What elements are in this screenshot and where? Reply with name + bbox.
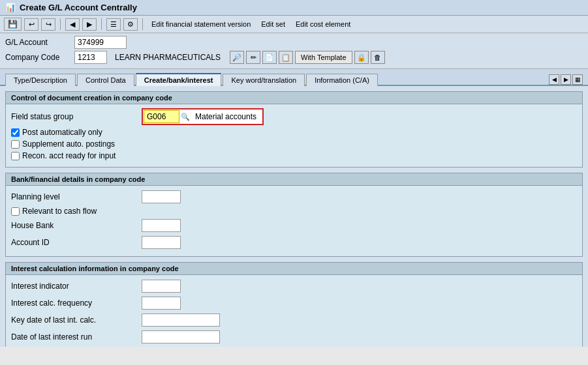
field-status-search-button[interactable]: 🔍: [179, 111, 191, 123]
tab-nav-next[interactable]: ▶: [561, 74, 571, 85]
nav-left-button[interactable]: ◀: [65, 18, 80, 31]
field-status-group-label: Field status group: [11, 112, 142, 121]
lock-icon-btn[interactable]: 🔒: [354, 51, 369, 64]
forward-icon: ↪: [46, 20, 52, 28]
menu-edit-set[interactable]: Edit set: [257, 19, 289, 29]
account-id-label: Account ID: [11, 238, 142, 247]
tabs-bar: Type/Description Control Data Create/ban…: [0, 69, 588, 86]
tab-information[interactable]: Information (C/A): [306, 74, 378, 86]
company-code-row: Company Code LEARN PHARMACEUTICALS 🔎 ✏ 📄…: [5, 51, 583, 64]
menu-financial-statement[interactable]: Edit financial statement version: [147, 19, 255, 29]
account-id-input[interactable]: [142, 236, 181, 249]
company-code-label: Company Code: [5, 53, 70, 62]
date-last-row: Date of last interest run: [11, 330, 577, 344]
key-date-label: Key date of last int. calc.: [11, 315, 142, 325]
with-template-button[interactable]: With Template: [295, 51, 352, 64]
interest-indicator-label: Interest indicator: [11, 282, 142, 291]
tab-control-data[interactable]: Control Data: [77, 74, 134, 86]
planning-level-input[interactable]: [142, 190, 181, 203]
recon-acct-row: Recon. acct ready for input: [11, 151, 577, 160]
forward-button[interactable]: ↪: [41, 18, 55, 31]
doc1-icon-btn[interactable]: 📄: [262, 51, 277, 64]
recon-acct-label: Recon. acct ready for input: [22, 151, 116, 160]
edit-icon-btn[interactable]: ✏: [246, 51, 260, 64]
back-button[interactable]: ↩: [24, 18, 39, 31]
search-icon: 🔍: [181, 113, 190, 121]
menu-cost-element[interactable]: Edit cost element: [292, 19, 354, 29]
lock-icon: 🔒: [357, 53, 366, 62]
local-menu-button[interactable]: ☰: [106, 18, 121, 31]
interest-calc-freq-input[interactable]: [142, 297, 181, 310]
house-bank-label: House Bank: [11, 221, 142, 230]
trash-icon: 🗑: [374, 53, 381, 61]
relevant-cash-flow-checkbox[interactable]: [11, 207, 20, 216]
settings-button[interactable]: ⚙: [123, 18, 138, 31]
header-area: G/L Account Company Code LEARN PHARMACEU…: [0, 33, 588, 69]
doc2-icon-btn[interactable]: 📋: [279, 51, 293, 64]
bank-financial-body: Planning level Relevant to cash flow Hou…: [6, 186, 582, 256]
document-creation-section: Control of document creation in company …: [5, 91, 583, 168]
sep3: [142, 18, 143, 30]
tab-nav-buttons: ◀ ▶ ▦: [549, 74, 583, 85]
field-status-container: 🔍 Material accounts: [142, 108, 264, 125]
lookup-icon: 🔎: [232, 53, 241, 62]
nav-right-icon: ▶: [87, 20, 92, 28]
tab-nav-prev[interactable]: ◀: [549, 74, 559, 85]
interest-calc-freq-label: Interest calc. frequency: [11, 299, 142, 308]
company-name: LEARN PHARMACEUTICALS: [115, 53, 221, 62]
relevant-cash-flow-row: Relevant to cash flow: [11, 207, 577, 216]
title-bar: 📊 Create G/L Account Centrally: [0, 0, 588, 16]
back-icon: ↩: [29, 20, 35, 28]
save-icon: [8, 20, 18, 28]
main-content: Control of document creation in company …: [0, 86, 588, 347]
document-creation-header: Control of document creation in company …: [6, 92, 582, 104]
tab-keyword-translation[interactable]: Key word/translation: [223, 74, 305, 86]
date-last-input[interactable]: [142, 330, 220, 343]
post-automatically-row: Post automatically only: [11, 128, 577, 137]
planning-level-label: Planning level: [11, 192, 142, 201]
doc2-icon: 📋: [281, 53, 290, 62]
edit-icon: ✏: [251, 53, 256, 62]
post-automatically-label: Post automatically only: [22, 128, 102, 137]
tab-create-bank-interest[interactable]: Create/bank/interest: [136, 73, 222, 86]
sep1: [60, 18, 61, 30]
supplement-postings-label: Supplement auto. postings: [22, 139, 115, 149]
bank-financial-header: Bank/financial details in company code: [6, 173, 582, 186]
lookup-icon-btn[interactable]: 🔎: [230, 51, 244, 64]
trash-icon-btn[interactable]: 🗑: [371, 51, 385, 64]
title-icon: 📊: [5, 3, 16, 12]
company-code-input[interactable]: [74, 51, 107, 64]
house-bank-input[interactable]: [142, 219, 181, 232]
settings-icon: ⚙: [127, 20, 134, 28]
recon-acct-checkbox[interactable]: [11, 152, 20, 160]
supplement-postings-checkbox[interactable]: [11, 140, 20, 149]
nav-right-button[interactable]: ▶: [82, 18, 97, 31]
bank-financial-section: Bank/financial details in company code P…: [5, 173, 583, 257]
field-status-group-desc: Material accounts: [195, 112, 262, 121]
key-date-row: Key date of last int. calc.: [11, 313, 577, 327]
supplement-postings-row: Supplement auto. postings: [11, 139, 577, 149]
interest-indicator-input[interactable]: [142, 280, 181, 293]
nav-left-icon: ◀: [70, 20, 75, 28]
interest-calculation-header: Interest calculation information in comp…: [6, 263, 582, 275]
tab-nav-menu[interactable]: ▦: [572, 74, 583, 85]
sep2: [101, 18, 102, 30]
gl-account-label: G/L Account: [5, 38, 70, 47]
key-date-input[interactable]: [142, 314, 220, 327]
planning-level-row: Planning level: [11, 190, 577, 204]
document-creation-body: Field status group 🔍 Material accounts P…: [6, 104, 582, 167]
field-status-group-row: Field status group 🔍 Material accounts: [11, 108, 577, 125]
interest-calculation-section: Interest calculation information in comp…: [5, 262, 583, 347]
doc1-icon: 📄: [265, 53, 274, 62]
gl-account-input[interactable]: [74, 36, 127, 49]
post-automatically-checkbox[interactable]: [11, 128, 20, 137]
save-button[interactable]: [4, 18, 22, 31]
account-id-row: Account ID: [11, 235, 577, 250]
relevant-cash-flow-label: Relevant to cash flow: [22, 207, 97, 216]
interest-indicator-row: Interest indicator: [11, 279, 577, 293]
tab-type-description[interactable]: Type/Description: [5, 74, 76, 86]
toolbar: ↩ ↪ ◀ ▶ ☰ ⚙ Edit financial statement ver…: [0, 16, 588, 33]
interest-calculation-body: Interest indicator Interest calc. freque…: [6, 275, 582, 347]
field-status-group-input[interactable]: [144, 110, 179, 123]
interest-calc-freq-row: Interest calc. frequency: [11, 296, 577, 310]
